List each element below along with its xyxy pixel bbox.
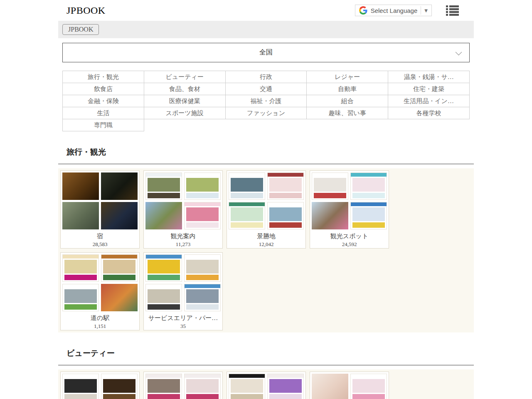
site-thumbnail [267, 172, 304, 200]
section-divider [58, 164, 474, 164]
header-actions: Select Language ▼ [355, 5, 459, 16]
category-card[interactable]: 道の駅1,151 [60, 252, 140, 330]
category-link[interactable]: スポーツ施設 [144, 107, 225, 119]
site-thumbnail [350, 202, 387, 229]
site-thumbnail [184, 284, 221, 311]
translate-label: Select Language [371, 7, 418, 14]
category-card[interactable]: 景勝地12,042 [227, 170, 306, 249]
thumbnail-grid [229, 374, 304, 399]
thumbnail-grid [62, 254, 138, 311]
region-select[interactable]: 全国 [62, 43, 470, 62]
card-count: 28,583 [62, 241, 138, 248]
category-link[interactable]: 旅行・観光 [63, 71, 144, 83]
site-thumbnail [101, 374, 138, 399]
card-grid: 宿28,583観光案内11,273景勝地12,042観光スポット24,592道の… [58, 168, 474, 332]
site-thumbnail [62, 172, 99, 200]
site-thumbnail [184, 202, 221, 229]
category-link[interactable]: ファッション [225, 107, 307, 119]
category-link[interactable]: 食品、食材 [144, 83, 225, 95]
card-count: 24,592 [312, 241, 387, 248]
site-thumbnail [101, 254, 138, 282]
category-link[interactable]: 趣味、習い事 [307, 107, 388, 119]
site-thumbnail [62, 284, 99, 311]
breadcrumb-home-link[interactable]: JPBOOK [62, 24, 99, 35]
section-travel: 旅行・観光 宿28,583観光案内11,273景勝地12,042観光スポット24… [58, 147, 474, 332]
site-thumbnail [267, 202, 304, 229]
section-title: 旅行・観光 [66, 147, 474, 158]
card-count: 12,042 [229, 241, 304, 248]
category-card[interactable] [227, 372, 306, 399]
category-link[interactable]: 住宅・建築 [388, 83, 470, 95]
category-link[interactable]: レジャー [307, 71, 388, 83]
site-thumbnail [312, 374, 348, 399]
category-link[interactable]: 交通 [225, 83, 307, 95]
category-card[interactable]: 観光スポット24,592 [310, 170, 389, 249]
site-thumbnail [101, 202, 138, 229]
site-thumbnail [62, 202, 99, 229]
site-thumbnail [229, 374, 265, 399]
google-translate-widget[interactable]: Select Language ▼ [355, 5, 432, 16]
site-thumbnail [145, 284, 182, 311]
category-link[interactable]: 自動車 [307, 83, 388, 95]
thumbnail-grid [145, 374, 221, 399]
site-thumbnail [350, 374, 387, 399]
category-link[interactable]: 各種学校 [388, 107, 470, 119]
card-title: 宿 [62, 232, 138, 240]
top-header: JPBOOK Select Language ▼ [58, 0, 474, 21]
thumbnail-grid [312, 374, 387, 399]
site-thumbnail [184, 374, 221, 399]
google-logo-icon [359, 6, 367, 15]
card-title: サービスエリア・パー… [145, 314, 221, 322]
site-thumbnail [101, 172, 138, 200]
chevron-down-icon [456, 49, 462, 56]
site-thumbnail [145, 202, 182, 229]
breadcrumb: JPBOOK [58, 21, 474, 38]
section-title: ビューティー [66, 348, 474, 359]
page-container: JPBOOK Select Language ▼ [58, 0, 474, 399]
category-link[interactable]: 専門職 [63, 119, 144, 131]
card-count: 1,151 [62, 323, 138, 330]
site-title: JPBOOK [66, 5, 106, 16]
category-link[interactable]: 温泉・銭湯・サ… [388, 71, 470, 83]
thumbnail-grid [62, 172, 138, 229]
region-select-value: 全国 [259, 48, 273, 57]
category-link[interactable]: ビューティー [144, 71, 225, 83]
category-card[interactable] [60, 372, 140, 399]
section-beauty: ビューティー [58, 348, 474, 399]
site-thumbnail [62, 254, 99, 282]
category-card[interactable] [310, 372, 389, 399]
thumbnail-grid [312, 172, 387, 229]
card-title: 観光案内 [145, 232, 221, 240]
card-title: 景勝地 [229, 232, 304, 240]
category-link[interactable]: 生活用品・イン… [388, 95, 470, 107]
thumbnail-grid [229, 172, 304, 229]
category-link[interactable]: 生活 [63, 107, 144, 119]
card-title: 道の駅 [62, 314, 138, 322]
category-grid: 旅行・観光ビューティー行政レジャー温泉・銭湯・サ…飲食店食品、食材交通自動車住宅… [62, 71, 470, 131]
site-thumbnail [267, 374, 304, 399]
category-link[interactable]: 医療保健業 [144, 95, 225, 107]
category-card[interactable]: 観光案内11,273 [143, 170, 223, 249]
divider [421, 6, 421, 15]
category-card[interactable]: サービスエリア・パー…35 [143, 252, 223, 330]
category-card[interactable]: 宿28,583 [60, 170, 140, 249]
site-thumbnail [229, 172, 265, 200]
category-link[interactable]: 組合 [307, 95, 388, 107]
card-grid [58, 369, 474, 399]
site-thumbnail [62, 374, 99, 399]
dropdown-arrow-icon: ▼ [424, 8, 428, 13]
category-link[interactable]: 福祉・介護 [225, 95, 307, 107]
site-thumbnail [184, 172, 221, 200]
card-count: 11,273 [145, 241, 221, 248]
thumbnail-grid [145, 254, 221, 311]
thumbnail-grid [145, 172, 221, 229]
site-thumbnail [145, 172, 182, 200]
list-menu-icon[interactable] [446, 5, 459, 16]
category-link[interactable]: 金融・保険 [63, 95, 144, 107]
category-card[interactable] [143, 372, 223, 399]
category-link[interactable]: 行政 [225, 71, 307, 83]
site-thumbnail [312, 202, 348, 229]
site-thumbnail [145, 254, 182, 282]
thumbnail-grid [62, 374, 138, 399]
category-link[interactable]: 飲食店 [63, 83, 144, 95]
